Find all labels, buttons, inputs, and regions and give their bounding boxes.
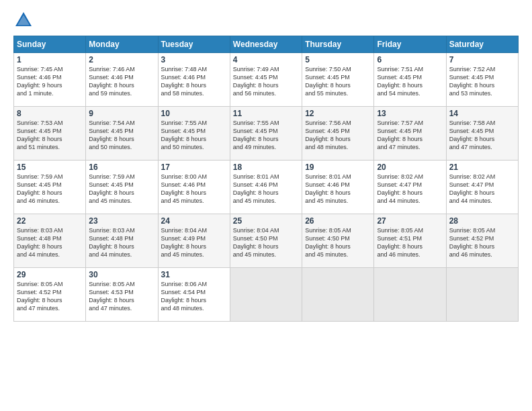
day-of-week-header: Monday <box>86 36 158 53</box>
day-info: Sunrise: 8:05 AM Sunset: 4:50 PM Dayligh… <box>305 226 371 259</box>
day-number: 7 <box>449 55 515 64</box>
day-info: Sunrise: 7:55 AM Sunset: 4:45 PM Dayligh… <box>161 119 227 152</box>
logo-icon <box>13 10 34 30</box>
day-of-week-header: Saturday <box>446 36 518 53</box>
day-number: 13 <box>377 109 443 118</box>
calendar-day-cell: 17Sunrise: 8:00 AM Sunset: 4:46 PM Dayli… <box>158 161 230 214</box>
day-info: Sunrise: 7:55 AM Sunset: 4:45 PM Dayligh… <box>233 119 299 152</box>
calendar-day-cell: 26Sunrise: 8:05 AM Sunset: 4:50 PM Dayli… <box>302 214 374 268</box>
day-of-week-header: Thursday <box>302 36 374 53</box>
day-of-week-header: Sunday <box>14 36 86 53</box>
day-number: 4 <box>233 55 299 64</box>
day-number: 25 <box>233 216 299 226</box>
day-number: 16 <box>89 163 154 172</box>
calendar-week-row: 8Sunrise: 7:53 AM Sunset: 4:45 PM Daylig… <box>14 107 519 161</box>
calendar-day-cell: 23Sunrise: 8:03 AM Sunset: 4:48 PM Dayli… <box>86 214 158 268</box>
day-number: 8 <box>17 109 83 118</box>
day-number: 21 <box>449 163 515 172</box>
calendar-week-row: 29Sunrise: 8:05 AM Sunset: 4:52 PM Dayli… <box>14 268 519 322</box>
calendar-day-cell: 28Sunrise: 8:05 AM Sunset: 4:52 PM Dayli… <box>446 214 518 268</box>
calendar-day-cell <box>230 268 302 322</box>
day-info: Sunrise: 8:03 AM Sunset: 4:48 PM Dayligh… <box>89 226 154 259</box>
day-info: Sunrise: 7:45 AM Sunset: 4:46 PM Dayligh… <box>17 65 83 98</box>
calendar-day-cell: 30Sunrise: 8:05 AM Sunset: 4:53 PM Dayli… <box>86 268 158 322</box>
day-info: Sunrise: 8:01 AM Sunset: 4:46 PM Dayligh… <box>233 173 299 205</box>
day-info: Sunrise: 8:05 AM Sunset: 4:52 PM Dayligh… <box>17 280 83 313</box>
calendar-day-cell: 13Sunrise: 7:57 AM Sunset: 4:45 PM Dayli… <box>374 107 446 161</box>
day-info: Sunrise: 8:02 AM Sunset: 4:47 PM Dayligh… <box>377 173 443 205</box>
header <box>13 10 519 30</box>
calendar-day-cell: 24Sunrise: 8:04 AM Sunset: 4:49 PM Dayli… <box>158 214 230 268</box>
calendar-day-cell: 3Sunrise: 7:48 AM Sunset: 4:46 PM Daylig… <box>158 53 230 107</box>
day-of-week-header: Tuesday <box>158 36 230 53</box>
calendar-day-cell <box>374 268 446 322</box>
day-info: Sunrise: 7:53 AM Sunset: 4:45 PM Dayligh… <box>17 119 83 152</box>
calendar-day-cell: 19Sunrise: 8:01 AM Sunset: 4:46 PM Dayli… <box>302 161 374 214</box>
day-number: 23 <box>89 216 154 226</box>
day-number: 29 <box>17 270 83 279</box>
calendar-day-cell: 18Sunrise: 8:01 AM Sunset: 4:46 PM Dayli… <box>230 161 302 214</box>
calendar-day-cell: 1Sunrise: 7:45 AM Sunset: 4:46 PM Daylig… <box>14 53 86 107</box>
day-number: 28 <box>449 216 515 226</box>
calendar-day-cell: 16Sunrise: 7:59 AM Sunset: 4:45 PM Dayli… <box>86 161 158 214</box>
day-number: 3 <box>161 55 227 64</box>
day-info: Sunrise: 8:04 AM Sunset: 4:50 PM Dayligh… <box>233 226 299 259</box>
day-info: Sunrise: 8:05 AM Sunset: 4:52 PM Dayligh… <box>449 226 515 259</box>
day-info: Sunrise: 8:03 AM Sunset: 4:48 PM Dayligh… <box>17 226 83 259</box>
calendar-day-cell: 6Sunrise: 7:51 AM Sunset: 4:45 PM Daylig… <box>374 53 446 107</box>
calendar-day-cell: 2Sunrise: 7:46 AM Sunset: 4:46 PM Daylig… <box>86 53 158 107</box>
day-info: Sunrise: 8:05 AM Sunset: 4:51 PM Dayligh… <box>377 226 443 259</box>
logo <box>13 10 36 30</box>
calendar-day-cell: 15Sunrise: 7:59 AM Sunset: 4:45 PM Dayli… <box>14 161 86 214</box>
calendar-day-cell <box>302 268 374 322</box>
day-info: Sunrise: 7:59 AM Sunset: 4:45 PM Dayligh… <box>89 173 154 205</box>
day-number: 5 <box>305 55 371 64</box>
day-number: 15 <box>17 163 83 172</box>
calendar-day-cell: 4Sunrise: 7:49 AM Sunset: 4:45 PM Daylig… <box>230 53 302 107</box>
calendar-table: SundayMondayTuesdayWednesdayThursdayFrid… <box>13 36 519 322</box>
calendar-day-cell: 12Sunrise: 7:56 AM Sunset: 4:45 PM Dayli… <box>302 107 374 161</box>
calendar-week-row: 1Sunrise: 7:45 AM Sunset: 4:46 PM Daylig… <box>14 53 519 107</box>
calendar-day-cell: 5Sunrise: 7:50 AM Sunset: 4:45 PM Daylig… <box>302 53 374 107</box>
calendar-day-cell: 14Sunrise: 7:58 AM Sunset: 4:45 PM Dayli… <box>446 107 518 161</box>
calendar-week-row: 15Sunrise: 7:59 AM Sunset: 4:45 PM Dayli… <box>14 161 519 214</box>
calendar-day-cell: 22Sunrise: 8:03 AM Sunset: 4:48 PM Dayli… <box>14 214 86 268</box>
day-info: Sunrise: 7:56 AM Sunset: 4:45 PM Dayligh… <box>305 119 371 152</box>
calendar-day-cell: 11Sunrise: 7:55 AM Sunset: 4:45 PM Dayli… <box>230 107 302 161</box>
calendar-day-cell: 9Sunrise: 7:54 AM Sunset: 4:45 PM Daylig… <box>86 107 158 161</box>
day-number: 26 <box>305 216 371 226</box>
day-info: Sunrise: 7:46 AM Sunset: 4:46 PM Dayligh… <box>89 65 154 98</box>
day-number: 24 <box>161 216 227 226</box>
day-number: 2 <box>89 55 154 64</box>
day-info: Sunrise: 7:48 AM Sunset: 4:46 PM Dayligh… <box>161 65 227 98</box>
day-number: 12 <box>305 109 371 118</box>
day-number: 31 <box>161 270 227 279</box>
day-info: Sunrise: 8:05 AM Sunset: 4:53 PM Dayligh… <box>89 280 154 313</box>
calendar-day-cell: 25Sunrise: 8:04 AM Sunset: 4:50 PM Dayli… <box>230 214 302 268</box>
day-number: 17 <box>161 163 227 172</box>
day-info: Sunrise: 8:06 AM Sunset: 4:54 PM Dayligh… <box>161 280 227 313</box>
header-row: SundayMondayTuesdayWednesdayThursdayFrid… <box>14 36 519 53</box>
day-number: 1 <box>17 55 83 64</box>
day-info: Sunrise: 8:01 AM Sunset: 4:46 PM Dayligh… <box>305 173 371 205</box>
day-number: 18 <box>233 163 299 172</box>
day-number: 27 <box>377 216 443 226</box>
day-number: 20 <box>377 163 443 172</box>
day-number: 6 <box>377 55 443 64</box>
day-number: 10 <box>161 109 227 118</box>
day-number: 19 <box>305 163 371 172</box>
day-info: Sunrise: 8:04 AM Sunset: 4:49 PM Dayligh… <box>161 226 227 259</box>
day-info: Sunrise: 8:02 AM Sunset: 4:47 PM Dayligh… <box>449 173 515 205</box>
calendar-day-cell: 10Sunrise: 7:55 AM Sunset: 4:45 PM Dayli… <box>158 107 230 161</box>
day-number: 22 <box>17 216 83 226</box>
day-info: Sunrise: 7:57 AM Sunset: 4:45 PM Dayligh… <box>377 119 443 152</box>
calendar-day-cell: 20Sunrise: 8:02 AM Sunset: 4:47 PM Dayli… <box>374 161 446 214</box>
day-of-week-header: Friday <box>374 36 446 53</box>
calendar-day-cell: 21Sunrise: 8:02 AM Sunset: 4:47 PM Dayli… <box>446 161 518 214</box>
day-info: Sunrise: 7:58 AM Sunset: 4:45 PM Dayligh… <box>449 119 515 152</box>
day-number: 9 <box>89 109 154 118</box>
day-info: Sunrise: 7:51 AM Sunset: 4:45 PM Dayligh… <box>377 65 443 98</box>
day-number: 30 <box>89 270 154 279</box>
calendar-header: SundayMondayTuesdayWednesdayThursdayFrid… <box>14 36 519 53</box>
day-info: Sunrise: 8:00 AM Sunset: 4:46 PM Dayligh… <box>161 173 227 205</box>
